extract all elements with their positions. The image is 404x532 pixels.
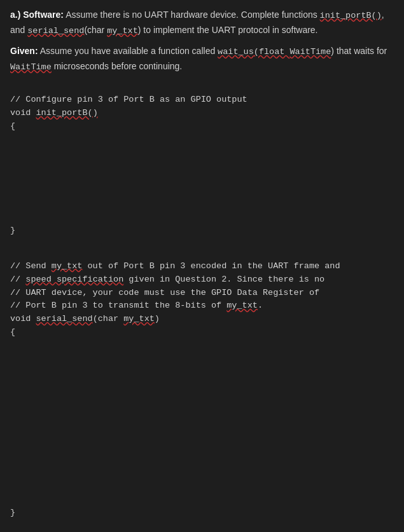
init-portb-ref: init_portB() [320,11,382,20]
header-intro: Assume there is no UART hardware device.… [64,10,320,20]
init-portb-func: init_portB() [36,108,98,118]
given-text1: Assume you have available a function cal… [38,46,218,56]
rest-text: to implement the UART protocol in softwa… [141,25,317,35]
comment-send-2: // speed specification given in Question… [10,275,324,284]
code-block-2-close: } [10,493,394,520]
void-line-2: void serial_send(char my_txt) [10,314,160,324]
code-block-2: // Send my_txt out of Port B pin 3 encod… [10,247,394,366]
my-txt-header: my_txt [107,26,138,36]
given-text3: microseconds before continuing. [52,61,182,71]
comment-send-3: // UART device, your code must use the G… [10,288,319,297]
comment-send-4: // Port B pin 3 to transmit the 8-bits o… [10,301,263,310]
brace-close-1: } [10,226,15,235]
part-label: a.) [10,10,23,20]
given-section: Given: Assume you have available a funct… [10,44,394,74]
code-block-1: // Configure pin 3 of Port B as an GPIO … [10,80,394,160]
brace-open-1: { [10,121,15,131]
given-label: Given: [10,46,38,56]
wait-time-arg: WaitTime [290,47,331,57]
serial-send-func: serial_send [36,314,93,324]
comment-send-1: // Send my_txt out of Port B pin 3 encod… [10,261,340,271]
given-text2: that waits for [334,46,387,56]
my-txt-comment2: my_txt [226,301,258,310]
serial-send-ref: serial_send [27,26,84,36]
my-txt-param: my_txt [123,314,155,324]
code-block-1-close: } [10,211,394,238]
speed-spec-comment: speed specification [25,275,123,284]
brace-close-2: } [10,508,15,517]
waittime-ref: WaitTime [10,62,52,72]
func2-args: (char [84,25,107,35]
wait-us-func: wait_us(float [218,47,289,57]
my-txt-comment1: my_txt [52,261,83,271]
comment-configure: // Configure pin 3 of Port B as an GPIO … [10,95,247,104]
software-label: Software: [23,10,64,20]
brace-open-2: { [10,327,15,337]
void-line-1: void init_portB() [10,108,98,118]
header-section: a.) Software: Assume there is no UART ha… [10,8,394,38]
header-text: a.) Software: Assume there is no UART ha… [10,8,394,38]
